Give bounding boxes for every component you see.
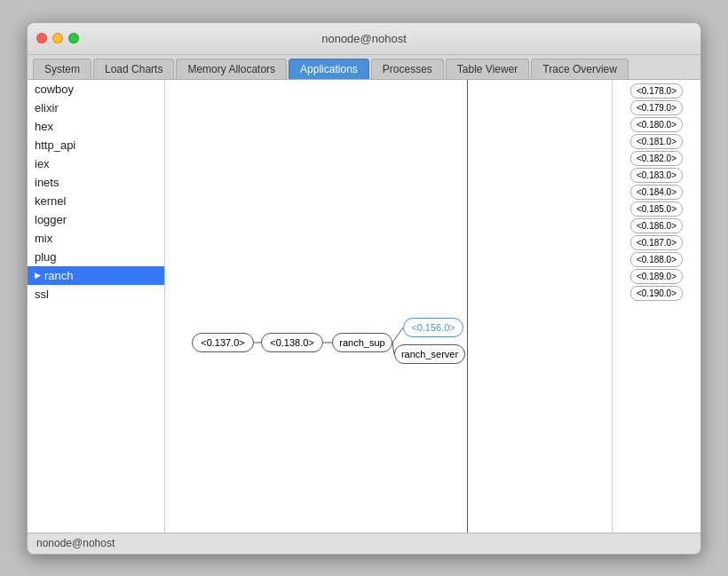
sidebar-item-elixir[interactable]: elixir <box>28 99 164 117</box>
right-panel-node[interactable]: <0.179.0> <box>630 100 683 115</box>
sidebar-item-inets[interactable]: inets <box>28 173 164 192</box>
statusbar: nonode@nohost <box>28 533 700 554</box>
right-panel-node[interactable]: <0.184.0> <box>630 185 683 200</box>
window-title: nonode@nohost <box>321 32 407 45</box>
sidebar-item-logger[interactable]: logger <box>28 210 164 229</box>
sidebar-item-label: iex <box>35 157 50 170</box>
graph-node-n1[interactable]: <0.137.0> <box>192 333 254 352</box>
tab-memory-allocators[interactable]: Memory Allocators <box>176 59 287 79</box>
right-panel-node[interactable]: <0.190.0> <box>630 286 683 301</box>
vertical-divider <box>467 80 468 533</box>
window-controls <box>36 33 79 43</box>
sidebar-item-label: hex <box>35 120 53 133</box>
titlebar: nonode@nohost <box>28 23 700 55</box>
right-panel-node[interactable]: <0.183.0> <box>630 168 683 183</box>
sidebar-item-label: mix <box>35 232 52 245</box>
sidebar-item-cowboy[interactable]: cowboy <box>28 80 164 99</box>
sidebar-item-ranch[interactable]: ▶ranch <box>28 266 164 285</box>
app-sidebar: cowboyelixirhexhttp_apiiexinetskernellog… <box>28 80 165 533</box>
graph-node-n3[interactable]: ranch_sup <box>332 333 392 352</box>
sidebar-item-http_api[interactable]: http_api <box>28 136 164 154</box>
sidebar-item-label: ssl <box>35 288 49 301</box>
svg-line-2 <box>392 327 403 343</box>
sidebar-item-label: ranch <box>44 269 74 282</box>
sidebar-item-label: kernel <box>35 194 66 208</box>
right-panel-node[interactable]: <0.187.0> <box>630 235 683 250</box>
tab-trace-overview[interactable]: Trace Overview <box>531 59 629 79</box>
sidebar-item-label: cowboy <box>35 83 74 96</box>
graph-area[interactable]: <0.137.0><0.138.0>ranch_sup<0.156.0>ranc… <box>165 80 612 533</box>
graph-canvas: <0.137.0><0.138.0>ranch_sup<0.156.0>ranc… <box>165 80 612 533</box>
right-panel-node[interactable]: <0.185.0> <box>630 201 683 217</box>
graph-node-n2[interactable]: <0.138.0> <box>261 333 323 352</box>
right-panel-node[interactable]: <0.181.0> <box>630 134 683 149</box>
sidebar-item-label: plug <box>35 250 57 264</box>
right-panel-node[interactable]: <0.178.0> <box>630 83 683 99</box>
main-content: cowboyelixirhexhttp_apiiexinetskernellog… <box>28 80 700 533</box>
connection-lines <box>165 80 612 533</box>
statusbar-text: nonode@nohost <box>36 537 115 549</box>
sidebar-item-ssl[interactable]: ssl <box>28 285 164 304</box>
sidebar-item-label: logger <box>35 213 67 226</box>
main-window: nonode@nohost System Load Charts Memory … <box>27 22 701 555</box>
tab-processes[interactable]: Processes <box>371 59 444 79</box>
right-panel-node[interactable]: <0.180.0> <box>630 117 683 132</box>
expand-arrow-icon: ▶ <box>35 271 41 280</box>
right-panel-node[interactable]: <0.188.0> <box>630 252 683 267</box>
sidebar-item-label: inets <box>35 176 59 189</box>
right-panel-node[interactable]: <0.186.0> <box>630 218 683 233</box>
sidebar-item-plug[interactable]: plug <box>28 248 164 266</box>
sidebar-item-label: http_api <box>35 138 75 152</box>
tab-load-charts[interactable]: Load Charts <box>93 59 174 79</box>
right-panel: <0.178.0><0.179.0><0.180.0><0.181.0><0.1… <box>612 80 700 533</box>
sidebar-item-kernel[interactable]: kernel <box>28 192 164 210</box>
tab-table-viewer[interactable]: Table Viewer <box>446 59 529 79</box>
tab-bar: System Load Charts Memory Allocators App… <box>28 55 700 80</box>
minimize-button[interactable] <box>52 33 63 43</box>
graph-node-n4[interactable]: <0.156.0> <box>403 318 463 337</box>
graph-node-n5[interactable]: ranch_server <box>394 344 465 364</box>
maximize-button[interactable] <box>68 33 79 43</box>
sidebar-item-mix[interactable]: mix <box>28 229 164 248</box>
close-button[interactable] <box>36 33 47 43</box>
sidebar-item-iex[interactable]: iex <box>28 154 164 173</box>
tab-applications[interactable]: Applications <box>289 59 369 79</box>
right-panel-node[interactable]: <0.182.0> <box>630 151 683 166</box>
sidebar-item-hex[interactable]: hex <box>28 117 164 136</box>
sidebar-item-label: elixir <box>35 101 59 114</box>
right-panel-node[interactable]: <0.189.0> <box>630 269 683 284</box>
tab-system[interactable]: System <box>33 59 91 79</box>
